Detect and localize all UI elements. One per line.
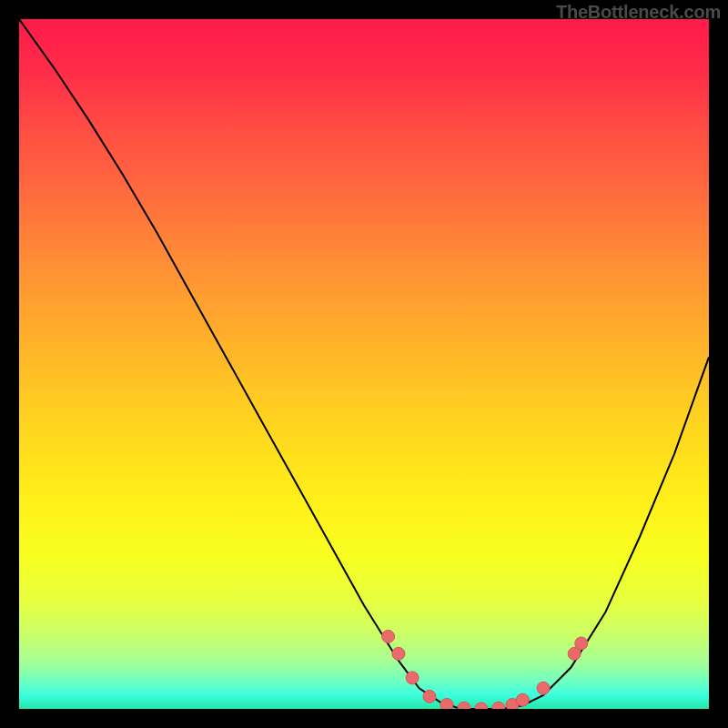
curve-marker xyxy=(492,702,505,709)
curve-marker xyxy=(575,637,588,650)
curve-marker xyxy=(537,682,550,694)
curve-marker xyxy=(458,702,470,709)
attribution-text: TheBottleneck.com xyxy=(556,2,721,23)
curve-marker xyxy=(516,693,529,706)
curve-marker xyxy=(475,703,488,709)
chart-area xyxy=(19,19,709,709)
curve-marker xyxy=(392,647,405,660)
bottleneck-curve xyxy=(19,19,709,709)
curve-marker xyxy=(423,690,436,703)
bottleneck-plot xyxy=(19,19,709,709)
curve-markers xyxy=(382,630,588,709)
curve-marker xyxy=(440,698,453,709)
curve-marker xyxy=(382,630,395,642)
curve-marker xyxy=(406,672,419,684)
